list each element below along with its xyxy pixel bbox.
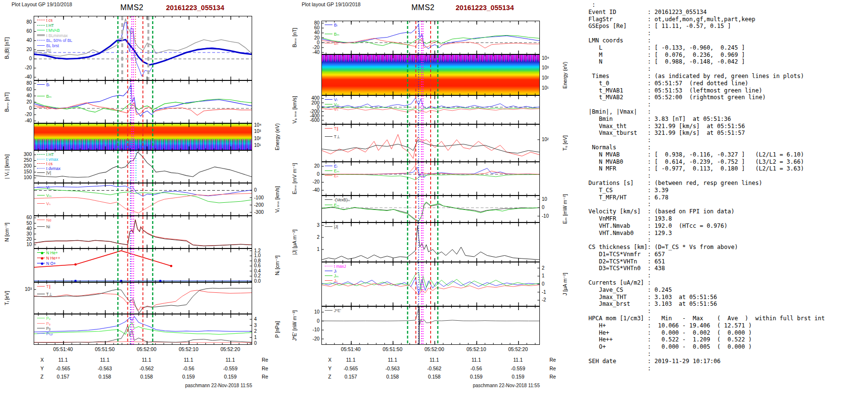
legend-label: Bₘ: [334, 32, 339, 37]
axis-label-left: | Vᵢ | [km/s]: [4, 155, 10, 179]
legend-marker: [41, 252, 43, 254]
legend-line-sample: [37, 187, 45, 187]
legend-line-sample: [325, 280, 332, 281]
ephemeris-value: 0.159: [173, 374, 204, 379]
legend-line-sample: [325, 205, 332, 205]
legend-label: Eₘ: [334, 203, 339, 208]
time-tick-label: 05:52:00: [417, 346, 452, 352]
legend-line-sample: [37, 323, 45, 324]
y-tick-label: -40: [302, 187, 319, 193]
y-tick-label: 20: [302, 163, 319, 169]
y-tick-label: 0: [14, 56, 32, 61]
time-tick-label: 05:52:00: [129, 346, 164, 352]
y-tick-label: 0: [254, 187, 274, 193]
y-tick-label: 0: [254, 340, 274, 346]
legend-line-sample: [37, 333, 45, 334]
left-panel-ti-canvas: [34, 283, 252, 314]
legend-item: T∥: [325, 127, 338, 131]
axis-label-left: Eₗₘₙ [mV m⁻¹]: [292, 163, 297, 195]
legend-label: t HT: [46, 23, 54, 28]
mid-panel-blmn-canvas: [322, 21, 539, 54]
legend-label: Jₙ: [334, 278, 338, 283]
y-tick-label: -20: [14, 112, 32, 117]
ephemeris-value: 11.1: [131, 357, 162, 363]
legend-item: Vₙ: [37, 202, 51, 206]
energy-tick-label: 10²: [542, 75, 562, 80]
legend-line-sample: [37, 163, 45, 164]
legend-item: N He+: [37, 251, 58, 255]
y-tick-label: 2: [542, 265, 562, 271]
time-tick-label: 05:51:50: [88, 346, 122, 352]
legend-item: Vₙ: [325, 107, 338, 112]
ephemeris-value: 0.157: [335, 374, 366, 379]
y-tick-label: 100: [14, 175, 32, 180]
legend-label: Vₙ: [334, 107, 338, 112]
legend-label: |J|: [334, 224, 338, 229]
y-tick-label: -600: [302, 118, 319, 123]
legend-label: Bₙ: [334, 41, 338, 46]
legend-item: Jₗ: [325, 269, 337, 274]
axis-label-left: J*E' [nW m⁻³]: [292, 310, 297, 341]
legend-label: Pₜₒₜ: [46, 331, 53, 336]
legend-item: T⊥: [37, 292, 52, 297]
legend-line-sample: [37, 50, 45, 51]
legend-line-sample: [37, 154, 45, 155]
legend-label: t dvmax: [46, 166, 61, 171]
legend-label: Ne: [46, 218, 51, 222]
legend-label: Bₙ: [46, 105, 51, 110]
legend-line-sample: [325, 109, 332, 109]
legend-item: N He++: [37, 256, 60, 261]
legend-item: Jₙ: [325, 279, 338, 283]
legend-line-sample: [37, 328, 45, 328]
legend-line-sample: [325, 34, 332, 34]
ephemeris-value: -0.56: [173, 366, 204, 371]
legend-line-sample: [37, 84, 45, 85]
legend-item: Bₘ: [37, 94, 51, 99]
time-tick-label: 05:52:10: [459, 346, 494, 352]
axis-label-right: P [nPa]: [274, 321, 280, 338]
ephemeris-value: 11.1: [419, 357, 450, 363]
legend-label: N He+: [46, 250, 58, 255]
mid-panel-ve-lmn: [321, 95, 540, 124]
y-tick-label: 80: [14, 19, 32, 25]
legend-item: Vₗ: [37, 185, 50, 190]
ephemeris-value: -0.562: [419, 366, 450, 371]
ephemeris-value: -0.565: [335, 366, 366, 371]
y-tick-label: 4: [254, 316, 274, 322]
legend-label: Vₗ: [46, 185, 50, 190]
legend-line-sample: [37, 294, 45, 294]
legend-line-sample: [325, 43, 332, 43]
legend-label: Vₗ: [334, 97, 337, 102]
y-tick-label: 60: [14, 87, 32, 92]
axis-label-left: Bₗₘₙ [nT]: [4, 92, 10, 111]
legend-item: Ne: [37, 218, 51, 222]
left-panel-pressure-canvas: [34, 314, 252, 344]
ephemeris-value: 0.159: [215, 374, 246, 379]
left-panel-bl-bmag: [34, 16, 252, 80]
y-tick-label: 30: [14, 231, 32, 236]
y-tick-label: 80: [14, 80, 32, 86]
legend-item: Eₘ: [325, 203, 339, 208]
mid-panel-jlmn: [321, 262, 540, 306]
ephemeris-row-label: X: [328, 357, 332, 363]
y-tick-label: -20: [302, 336, 319, 341]
energy-tick-label: 10²: [254, 136, 274, 141]
ephemeris-row-label: Z: [328, 374, 331, 379]
left-panel-vi-lmn: [34, 183, 252, 216]
legend-label: Bₘ: [46, 94, 51, 99]
middle-plot-footer: paschmann 22-Nov-2018 11:55: [458, 383, 540, 388]
legend-line-sample: [325, 170, 332, 171]
legend-marker: [41, 257, 43, 260]
legend-line-sample: [37, 96, 45, 96]
legend-item: T⊥: [325, 135, 340, 139]
legend-label: T⊥: [46, 292, 52, 297]
y-tick-label: 0.0: [254, 278, 274, 284]
mid-panel-jmag: [321, 222, 540, 262]
ephemeris-unit: Re: [549, 357, 556, 363]
left-panel-ion-spectrogram-canvas: [34, 124, 252, 150]
legend-line-sample: [37, 45, 45, 46]
axis-label-left: N [cm⁻³]: [4, 222, 10, 241]
time-tick-label: 05:52:20: [213, 346, 248, 352]
legend-label: t HT: [46, 152, 54, 157]
legend-item: t BLminmax: [37, 34, 68, 38]
